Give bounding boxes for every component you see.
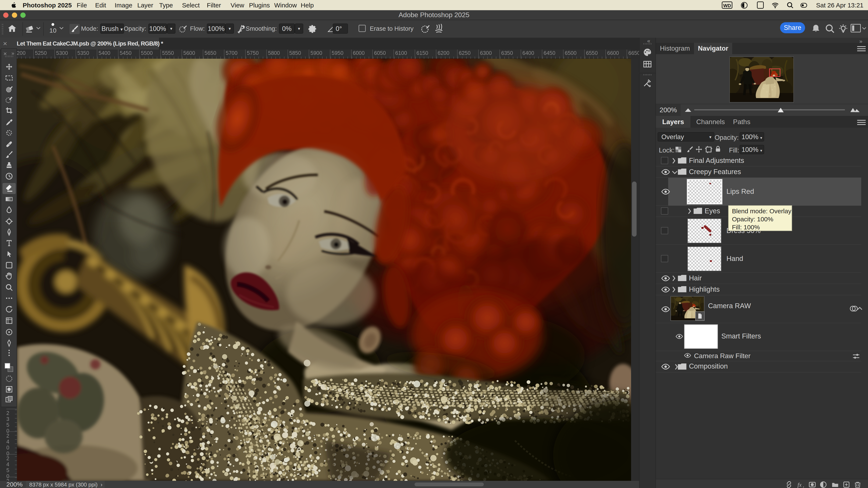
svg-text:fx: fx (798, 482, 802, 488)
